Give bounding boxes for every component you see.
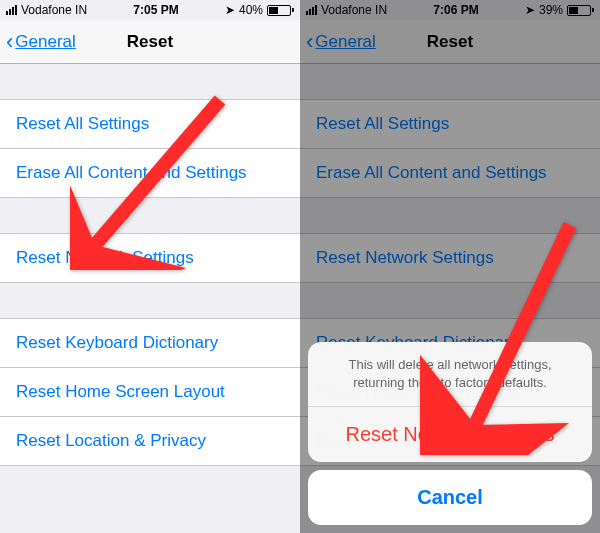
reset-location-privacy[interactable]: Reset Location & Privacy [0, 417, 300, 466]
battery-icon [267, 5, 294, 16]
location-icon: ➤ [225, 3, 235, 17]
sheet-cancel-button[interactable]: Cancel [308, 470, 592, 525]
sheet-confirm-button[interactable]: Reset Network Settings [308, 407, 592, 462]
reset-network-settings[interactable]: Reset Network Settings [0, 233, 300, 283]
erase-all-content[interactable]: Erase All Content and Settings [0, 149, 300, 198]
screen-right: Vodafone IN 7:06 PM ➤ 39% ‹ General Rese… [300, 0, 600, 533]
action-sheet: This will delete all network settings, r… [308, 342, 592, 525]
nav-title: Reset [0, 32, 300, 52]
clock: 7:05 PM [133, 3, 178, 17]
battery-text: 40% [239, 3, 263, 17]
reset-all-settings[interactable]: Reset All Settings [0, 99, 300, 149]
screen-left: Vodafone IN 7:05 PM ➤ 40% ‹ General Rese… [0, 0, 300, 533]
signal-icon [6, 5, 17, 15]
nav-bar: ‹ General Reset [0, 20, 300, 64]
status-bar: Vodafone IN 7:05 PM ➤ 40% [0, 0, 300, 20]
carrier-label: Vodafone IN [21, 3, 87, 17]
sheet-message: This will delete all network settings, r… [308, 342, 592, 407]
reset-home-screen-layout[interactable]: Reset Home Screen Layout [0, 368, 300, 417]
reset-keyboard-dictionary[interactable]: Reset Keyboard Dictionary [0, 318, 300, 368]
